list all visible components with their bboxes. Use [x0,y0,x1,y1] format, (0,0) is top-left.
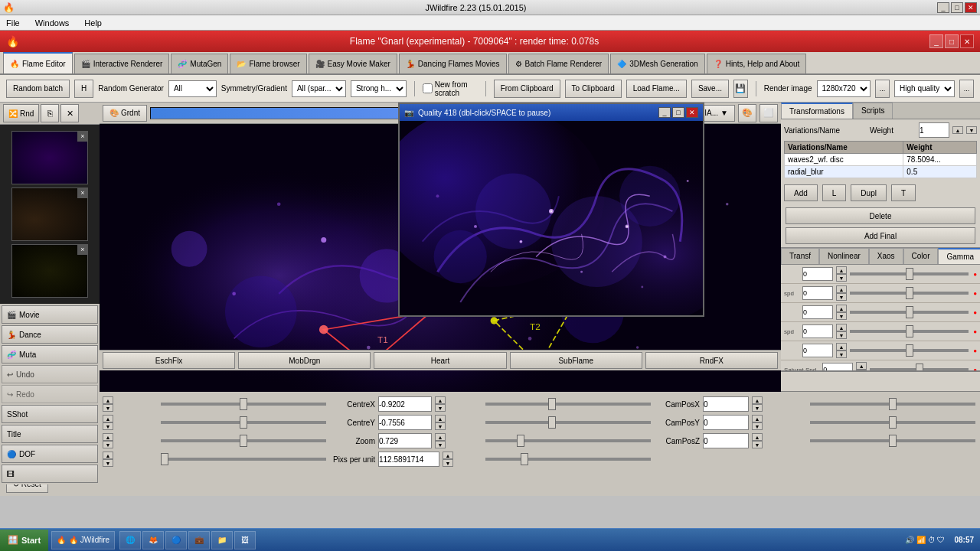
tab-flame-editor[interactable]: 🔥 Flame Editor [3,52,73,73]
pitch-slider[interactable] [161,421,326,424]
maximize-button[interactable]: □ [951,2,963,13]
undo-button[interactable]: ↩ Undo [2,365,98,383]
pixs-up[interactable]: ▲ [443,452,453,459]
subtab-transf[interactable]: Transf [781,248,819,264]
centrex-up[interactable]: ▲ [435,396,446,404]
rslider-1[interactable] [850,272,969,276]
spin-dn-1[interactable]: ▼ [836,274,847,282]
minimize-button[interactable]: _ [937,2,949,13]
tab-movie-maker[interactable]: 🎥 Easy Movie Maker [309,54,397,73]
to-clipboard-button[interactable]: To Clipboard [565,80,622,98]
random-batch-button[interactable]: Random batch [6,80,70,98]
app-minimize[interactable]: _ [929,34,943,48]
close-button[interactable]: ✕ [965,2,977,13]
yaw-up[interactable]: ▲ [103,433,113,441]
spin-dn-sat[interactable]: ▼ [856,370,867,370]
pixs-dn[interactable]: ▼ [443,459,453,467]
thumb-3-close[interactable]: × [77,244,88,255]
redo-button[interactable]: ↪ Redo [2,385,98,403]
centrex-input[interactable] [378,396,432,412]
centrey-dn[interactable]: ▼ [435,422,446,430]
roll-spin-dn[interactable]: ▼ [103,404,113,412]
spin-up-1[interactable]: ▲ [836,266,847,274]
tab-3dmesh[interactable]: 🔷 3DMesh Generation [610,54,705,73]
table-row[interactable]: waves2_wf. disc 78.5094... [785,154,977,166]
from-clipboard-button[interactable]: From Clipboard [494,80,560,98]
sshot-button[interactable]: SShot [2,405,98,423]
table-row[interactable]: radial_blur 0.5 [785,166,977,178]
camposx-dn[interactable]: ▼ [752,404,763,412]
perspective-slider[interactable] [161,458,326,461]
resolution-select[interactable]: 980x551 [817,80,871,97]
camposy-input[interactable] [703,415,749,430]
zoom-slider[interactable] [485,439,651,442]
tab-help[interactable]: ❓ Hints, Help and About [707,54,807,73]
tab-interactive-renderer[interactable]: 🎬 Interactive Renderer [74,54,170,73]
thumbnail-3[interactable]: × [11,244,88,298]
quality-title-bar[interactable]: 📷 Quality 418 (dbl-click/SPACE to pause)… [400,104,703,121]
tab-batch-renderer[interactable]: ⚙ Batch Flame Renderer [508,54,609,73]
camposy-up[interactable]: ▲ [752,415,763,422]
spin-up-sat[interactable]: ▲ [856,362,867,370]
rslider-5[interactable] [850,349,969,352]
camposx-slider[interactable] [810,403,975,406]
weight-up[interactable]: ▲ [952,126,963,134]
subtab-color[interactable]: Color [903,248,939,264]
spin-up-3[interactable]: ▲ [836,305,847,312]
heart-button[interactable]: Heart [374,352,506,369]
taskbar-quick-icon-3[interactable]: 🔵 [165,531,187,549]
rslider-4[interactable] [850,330,969,333]
centrey-slider[interactable] [485,421,651,424]
tab-flame-browser[interactable]: 📂 Flame browser [230,54,306,73]
taskbar-quick-icon-1[interactable]: 🌐 [119,531,141,549]
title-button[interactable]: Title [2,425,98,443]
perspective-up[interactable]: ▲ [103,452,113,459]
taskbar-quick-icon-4[interactable]: 💼 [188,531,210,549]
tab-mutagen[interactable]: 🧬 MutaGen [171,54,228,73]
t-button[interactable]: T [891,184,916,201]
subtab-xaos[interactable]: Xaos [869,248,903,264]
quality-maximize[interactable]: □ [672,107,684,118]
symmetry-select2[interactable]: Strong h... [351,80,407,97]
dance-button[interactable]: 💃 Dance [2,325,98,344]
rslider-input-2[interactable] [802,286,833,300]
perspective-dn[interactable]: ▼ [103,459,113,467]
spin-up-5[interactable]: ▲ [836,343,847,350]
copy-icon-btn[interactable]: ⎘ [41,104,59,122]
dupl-button[interactable]: Dupl [851,184,887,201]
extra-button[interactable]: 🎞 [2,465,98,483]
menu-help[interactable]: Help [81,17,105,29]
generator-select[interactable]: All [168,80,217,97]
camposz-dn[interactable]: ▼ [752,441,763,448]
camposy-dn[interactable]: ▼ [752,422,763,430]
zoom-up[interactable]: ▲ [435,433,446,441]
rslider-2[interactable] [850,292,969,295]
subtab-nonlinear[interactable]: Nonlinear [819,248,869,264]
pixs-input[interactable] [378,452,439,467]
spin-up-4[interactable]: ▲ [836,324,847,331]
start-button[interactable]: 🪟 Start [0,530,48,551]
mask-button[interactable]: ⬜ [760,104,778,122]
menu-file[interactable]: File [3,17,23,29]
centrex-dn[interactable]: ▼ [435,404,446,412]
camposz-slider[interactable] [810,439,975,442]
weight-down[interactable]: ▼ [966,126,977,134]
pitch-dn[interactable]: ▼ [103,422,113,430]
quality-minimize[interactable]: _ [658,107,671,118]
rslider-input-4[interactable] [802,324,833,338]
taskbar-quick-icon-2[interactable]: 🦊 [142,531,164,549]
save-button[interactable]: Save... [691,80,729,98]
camposz-up[interactable]: ▲ [752,433,763,441]
tab-dancing-flames[interactable]: 💃 Dancing Flames Movies [399,54,507,73]
weight-input[interactable] [919,122,949,138]
delete-button[interactable]: Delete [786,207,975,224]
l-button[interactable]: L [822,184,847,201]
camposy-slider[interactable] [810,421,975,424]
quality-close[interactable]: ✕ [686,107,698,118]
yaw-dn[interactable]: ▼ [103,441,113,448]
menu-windows[interactable]: Windows [32,17,73,29]
taskbar-quick-icon-6[interactable]: 🖼 [234,531,256,549]
symmetry-select1[interactable]: All (spar... [292,80,346,97]
mobdrgn-button[interactable]: MobDrgn [238,352,371,369]
add-button[interactable]: Add [784,184,818,201]
